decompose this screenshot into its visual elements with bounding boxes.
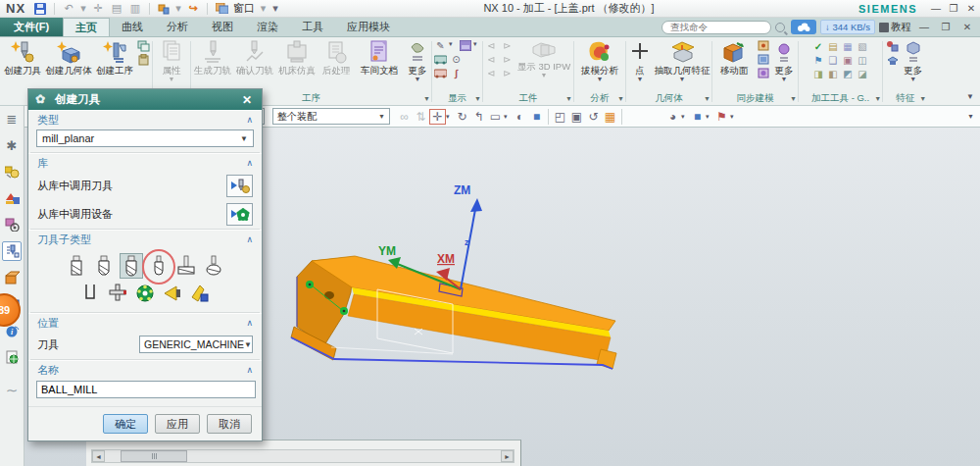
feature-more-button[interactable]: 更多 ▼ xyxy=(901,39,926,82)
window-zoom-icon[interactable]: ▣ xyxy=(568,109,585,125)
toolbar-overflow-icon[interactable]: ▼ xyxy=(967,113,980,120)
section-header-library[interactable]: 库∧ xyxy=(28,153,262,172)
dropdown-icon[interactable]: ▾ xyxy=(473,40,481,53)
mt-icon[interactable]: ▣ xyxy=(841,55,856,68)
close-button[interactable]: ✕ xyxy=(962,2,980,16)
tool-subtype-ball-nose[interactable] xyxy=(147,253,171,279)
horizontal-scrollbar[interactable]: ◄ ► xyxy=(91,449,514,463)
group-label-machining-tools[interactable]: 加工工具 - G..▼ xyxy=(800,92,881,105)
qat-overflow-icon[interactable]: ▾ xyxy=(271,2,279,15)
call-device-from-library-button[interactable] xyxy=(226,203,253,226)
section-header-name[interactable]: 名称∧ xyxy=(28,360,262,379)
tool-name-input[interactable] xyxy=(36,381,256,398)
tab-tools[interactable]: 工具 xyxy=(290,18,335,36)
mt-icon[interactable]: ◩ xyxy=(841,69,856,81)
render-style-sphere-icon[interactable]: ◕ xyxy=(664,109,681,125)
dropdown-icon[interactable]: ▾ xyxy=(449,40,457,53)
tab-curve[interactable]: 曲线 xyxy=(110,18,155,36)
dialog-close-icon[interactable]: ✕ xyxy=(239,93,255,107)
restore-button[interactable]: ❐ xyxy=(945,2,962,16)
tool-subtype-chamfer-mill[interactable] xyxy=(92,253,116,279)
rotate-view-icon[interactable]: ↻ xyxy=(454,109,470,125)
sync-more-button[interactable]: 更多 ▼ xyxy=(771,39,797,82)
close-doc-button[interactable]: ✕ xyxy=(958,21,976,34)
check-tool-icon[interactable]: ✓ xyxy=(811,41,826,54)
copy-operation-icon[interactable] xyxy=(136,40,151,53)
window-dropdown-icon[interactable]: ▾ xyxy=(260,2,267,15)
machine-display-alt-icon[interactable] xyxy=(433,68,448,80)
sync-mini-icon[interactable] xyxy=(756,40,770,53)
tool-subtype-countersink[interactable] xyxy=(161,281,184,306)
group-label-display[interactable]: 显示▼ xyxy=(433,92,481,105)
tab-analysis[interactable]: 分析 xyxy=(155,18,200,36)
tab-view[interactable]: 视图 xyxy=(200,18,245,36)
group-label-workpiece[interactable]: 工件▼ xyxy=(484,92,572,105)
tool-subtype-drill[interactable] xyxy=(78,281,102,306)
tool-subtype-thread-mill[interactable] xyxy=(188,281,212,306)
selection-filter-icon[interactable]: ✛ xyxy=(429,109,446,125)
part-top-cover[interactable] xyxy=(291,256,616,369)
part-hole[interactable] xyxy=(324,291,334,299)
tutorial-link[interactable]: 教程 xyxy=(879,21,911,34)
collapse-icon[interactable]: ∧ xyxy=(246,115,253,125)
tool-subtype-face-mill[interactable] xyxy=(133,281,157,306)
create-tool-button[interactable]: 创建刀具 xyxy=(2,39,43,76)
tool-subtype-ball-mill-selected[interactable] xyxy=(120,253,143,279)
save-icon[interactable] xyxy=(33,2,47,15)
extract-geometry-feature-button[interactable]: 抽取几何特征 ▼ xyxy=(654,39,710,82)
machine-display-icon[interactable] xyxy=(433,54,448,67)
pan-view-icon[interactable]: ↰ xyxy=(470,109,487,125)
command-search-input[interactable] xyxy=(662,21,771,34)
move-face-button[interactable]: 移动面 xyxy=(713,39,755,76)
dropdown-icon[interactable]: ▾ xyxy=(504,113,512,121)
dialog-title-bar[interactable]: ✿ 创建刀具 ✕ xyxy=(28,89,262,110)
scroll-right-icon[interactable]: ► xyxy=(501,450,514,462)
axis-label-ym[interactable]: YM xyxy=(378,244,396,258)
restore-doc-button[interactable]: ❐ xyxy=(937,21,955,34)
cube-view-icon[interactable]: ■ xyxy=(528,109,545,125)
tab-home[interactable]: 主页 xyxy=(63,18,110,36)
touch-dropdown-icon[interactable]: ▾ xyxy=(175,2,181,15)
edit-display-icon[interactable]: ✎ xyxy=(433,40,448,53)
sync-mini-icon[interactable] xyxy=(756,68,770,80)
collapse-icon[interactable]: ∧ xyxy=(246,158,253,168)
group-label-analysis[interactable]: 分析▼ xyxy=(575,92,624,105)
section-header-type[interactable]: 类型∧ xyxy=(28,110,262,129)
touch-mode-icon[interactable] xyxy=(157,2,171,15)
search-icon[interactable] xyxy=(775,23,785,32)
cancel-button[interactable]: 取消 xyxy=(207,414,252,434)
pmi-flag-icon[interactable]: ⚑ xyxy=(713,109,730,125)
cloud-download-icon[interactable] xyxy=(791,20,816,34)
scrollbar-thumb[interactable] xyxy=(121,450,187,462)
dropdown-icon[interactable]: ▾ xyxy=(681,113,689,121)
ok-button[interactable]: 确定 xyxy=(103,414,148,434)
sync-mini-icon[interactable] xyxy=(756,54,770,67)
group-label-sync[interactable]: 同步建模▼ xyxy=(713,92,797,105)
tab-file[interactable]: 文件(F) xyxy=(0,18,63,36)
mt-icon[interactable]: ◫ xyxy=(856,55,870,68)
create-geometry-button[interactable]: 创建几何体 xyxy=(44,39,93,76)
tool-subtype-barrel[interactable] xyxy=(202,253,225,279)
operation-navigator-icon[interactable] xyxy=(2,162,22,181)
dropdown-icon[interactable]: ▾ xyxy=(730,113,738,121)
axis-label-xm[interactable]: XM xyxy=(437,252,455,266)
mt-icon[interactable]: ▧ xyxy=(856,41,870,54)
section-header-subtype[interactable]: 刀具子类型∧ xyxy=(28,230,262,248)
geometry-navigator-icon[interactable] xyxy=(2,268,22,287)
type-combo[interactable]: mill_planar▼ xyxy=(36,129,254,147)
draft-analysis-button[interactable]: 拔模分析 ▼ xyxy=(575,39,624,82)
ribbon-overflow-icon[interactable]: ▼ xyxy=(966,92,980,105)
shop-docs-button[interactable]: 车间文档 xyxy=(355,39,404,76)
collapse-icon[interactable]: ∧ xyxy=(246,234,253,244)
feature-icon[interactable] xyxy=(885,54,900,67)
swoosh-icon[interactable]: ↪ xyxy=(186,2,200,15)
window-menu[interactable]: 窗口 xyxy=(233,1,255,16)
group-label-geometry[interactable]: 几何体▼ xyxy=(627,92,710,105)
apply-button[interactable]: 应用 xyxy=(155,414,200,434)
mt-flag-icon[interactable]: ⚑ xyxy=(811,55,826,68)
mt-icon[interactable]: ◧ xyxy=(826,69,841,81)
paste-operation-icon[interactable] xyxy=(136,54,151,67)
settings-gear-icon[interactable]: ✱ xyxy=(2,135,22,155)
grid-icon[interactable]: ▦ xyxy=(602,109,618,125)
tool-subtype-mill[interactable] xyxy=(65,253,88,279)
